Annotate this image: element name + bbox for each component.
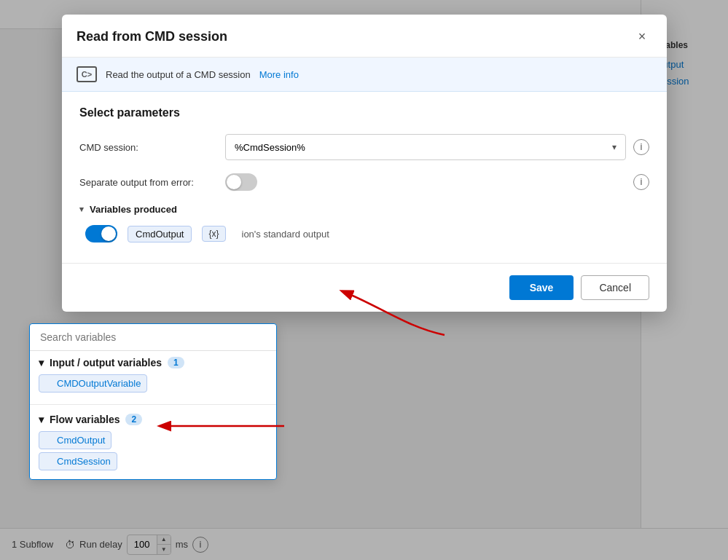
modal-title: Read from CMD session [77,29,227,44]
cmd-session-row: CMD session: %CmdSession% ▾ i [79,134,649,160]
cmd-session-control: %CmdSession% ▾ i [225,134,649,160]
dropdown-arrow-icon: ▾ [612,142,617,152]
variables-produced-header[interactable]: ▾ Variables produced [79,204,649,215]
section-title: Select parameters [79,106,649,119]
input-output-header[interactable]: ▾ Input / output variables 1 [39,357,267,368]
panel-divider [30,404,276,405]
info-banner: C> Read the output of a CMD session More… [62,58,667,92]
cmd-session-info[interactable]: i [633,139,649,155]
separate-output-control: i [225,173,649,191]
chevron-down-icon: ▾ [79,205,84,214]
separate-output-toggle[interactable] [225,173,257,191]
variables-produced-section: ▾ Variables produced CmdOutput {x} ion's… [79,204,649,242]
variable-expr-badge[interactable]: {x} [202,226,225,242]
modal-close-button[interactable]: × [632,26,652,47]
flow-variables-items: CmdOutput CmdSession [39,431,267,473]
variable-description: ion's standard output [242,229,329,240]
modal-body: Select parameters CMD session: %CmdSessi… [62,92,667,263]
var-item-cmdsession[interactable]: CmdSession [39,452,117,470]
flow-variables-label: Flow variables [50,414,120,425]
separate-output-label: Separate output from error: [79,177,225,188]
cmd-session-label: CMD session: [79,142,225,153]
input-output-label: Input / output variables [50,357,162,368]
flow-variables-badge: 2 [125,414,142,425]
cmd-session-dropdown[interactable]: %CmdSession% ▾ [225,134,626,160]
flow-variables-header[interactable]: ▾ Flow variables 2 [39,414,267,425]
variables-panel: ▾ Input / output variables 1 CMDOutputVa… [29,323,277,480]
modal-footer: Save Cancel [62,263,667,312]
more-info-link[interactable]: More info [259,69,299,80]
variable-toggle[interactable] [85,225,117,242]
modal-dialog: Read from CMD session × C> Read the outp… [62,15,667,312]
var-item-cmdoutput[interactable]: CmdOutput [39,431,111,449]
var-item-cmdoutputvariable[interactable]: CMDOutputVariable [39,374,147,393]
cmd-icon: C> [77,66,97,82]
save-button[interactable]: Save [509,275,574,300]
variables-produced-label: Variables produced [90,204,177,215]
search-container [30,324,276,351]
input-output-items: CMDOutputVariable [39,374,267,395]
chevron-down-icon: ▾ [39,357,44,368]
search-input[interactable] [36,328,270,346]
modal-header: Read from CMD session × [62,15,667,58]
chevron-down-icon-2: ▾ [39,414,44,425]
input-output-section: ▾ Input / output variables 1 CMDOutputVa… [30,351,276,401]
cancel-button[interactable]: Cancel [581,275,649,300]
variable-name-badge[interactable]: CmdOutput [128,226,192,242]
toggle-knob [227,175,241,189]
variable-row: CmdOutput {x} ion's standard output [79,225,649,242]
info-text: Read the output of a CMD session [106,69,251,80]
separate-output-row: Separate output from error: i [79,173,649,191]
input-output-badge: 1 [168,357,184,368]
flow-variables-section: ▾ Flow variables 2 CmdOutput CmdSession [30,408,276,479]
cmd-session-value: %CmdSession% [235,142,305,153]
separate-output-info[interactable]: i [633,174,649,190]
variable-toggle-knob [101,226,116,241]
